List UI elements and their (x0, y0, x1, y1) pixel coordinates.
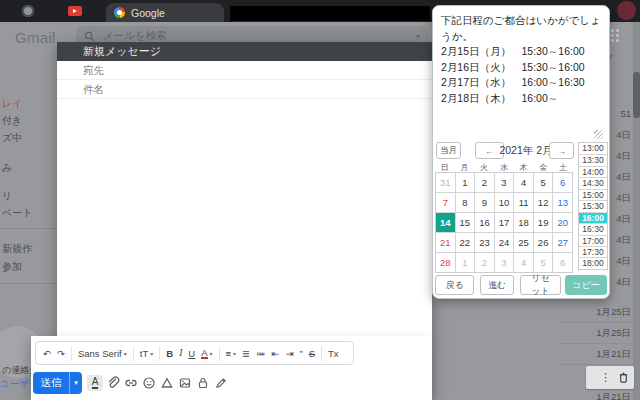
calendar-date-cell[interactable]: 12 (534, 193, 553, 212)
calendar-date-cell[interactable]: 4 (514, 173, 533, 192)
fmt-underline[interactable]: U (185, 348, 198, 359)
calendar-date-cell[interactable]: 10 (495, 193, 514, 212)
calendar-date-cell[interactable]: 14 (436, 213, 455, 232)
search-options-caret-icon[interactable]: ▾ (416, 32, 420, 41)
calendar-date-cell[interactable]: 11 (514, 193, 533, 212)
calendar-date-cell[interactable]: 23 (475, 233, 494, 252)
send-button[interactable]: 送信 (33, 372, 69, 394)
time-slot[interactable]: 16:00 (579, 212, 607, 223)
calendar-date-cell[interactable]: 19 (534, 213, 553, 232)
calendar-date-cell[interactable]: 5 (534, 173, 553, 192)
fmt-font-family[interactable]: Sans Serif▾ (75, 348, 130, 359)
calendar-date-cell[interactable]: 6 (553, 253, 572, 272)
more-options-icon[interactable]: ⋮ (600, 372, 611, 383)
forward-button[interactable]: 進む (480, 275, 514, 295)
fmt-bold[interactable]: B (163, 348, 176, 359)
calendar-date-cell[interactable]: 5 (534, 253, 553, 272)
schedule-textarea[interactable]: 下記日程のご都合はいかがでしょうか。 2月15日（月） 15:30～16:00 … (439, 11, 603, 139)
fmt-bulleted-list[interactable]: ≔ (253, 348, 269, 359)
calendar-date-cell[interactable]: 17 (495, 213, 514, 232)
calendar-date-cell[interactable]: 7 (436, 193, 455, 212)
formatting-options-icon[interactable]: A (86, 373, 104, 393)
calendar-date-cell[interactable]: 9 (475, 193, 494, 212)
time-slot[interactable]: 18:00 (579, 257, 607, 268)
time-slot[interactable]: 17:00 (579, 235, 607, 246)
time-slot[interactable]: 14:30 (579, 177, 607, 188)
insert-emoji-icon[interactable] (140, 373, 158, 393)
calendar-date-cell[interactable]: 18 (514, 213, 533, 232)
calendar-date-cell[interactable]: 24 (495, 233, 514, 252)
calendar-date-cell[interactable]: 1 (456, 253, 475, 272)
profile-avatar[interactable] (617, 1, 636, 20)
calendar-date-cell[interactable]: 16 (475, 213, 494, 232)
sidebar-item[interactable]: 付き (2, 114, 22, 128)
fmt-font-size[interactable]: tT▾ (137, 348, 156, 359)
insert-photo-icon[interactable] (176, 373, 194, 393)
time-slot[interactable]: 13:00 (579, 143, 607, 154)
sidebar-item[interactable]: リ (2, 189, 12, 203)
compose-header[interactable]: 新規メッセージ (57, 42, 432, 61)
browser-tab-google[interactable]: Google (106, 3, 224, 22)
fmt-indent-less[interactable]: ⇤ (269, 348, 283, 359)
calendar-date-cell[interactable]: 22 (456, 233, 475, 252)
insert-signature-icon[interactable] (212, 373, 230, 393)
sidebar-item[interactable]: ベート (2, 206, 32, 220)
sidebar-item[interactable]: レイ (2, 97, 22, 111)
attach-file-icon[interactable] (104, 373, 122, 393)
insert-link-icon[interactable] (122, 373, 140, 393)
tab-globe-icon[interactable] (22, 5, 34, 17)
calendar-date-cell[interactable]: 27 (553, 233, 572, 252)
time-slot[interactable]: 15:00 (579, 189, 607, 200)
time-slot[interactable]: 16:30 (579, 223, 607, 234)
calendar-date-cell[interactable]: 3 (495, 253, 514, 272)
calendar-date-cell[interactable]: 8 (456, 193, 475, 212)
calendar-date-cell[interactable]: 13 (553, 193, 572, 212)
sidebar-item[interactable]: 参加 (2, 260, 22, 274)
time-slot[interactable]: 14:00 (579, 166, 607, 177)
calendar-date-cell[interactable]: 20 (553, 213, 572, 232)
calendar-date-cell[interactable]: 4 (514, 253, 533, 272)
compose-subject-field[interactable]: 件名 (57, 80, 432, 99)
calendar-date-cell[interactable]: 2 (475, 253, 494, 272)
fmt-clear-format[interactable]: Tx (325, 348, 342, 359)
fmt-quote[interactable]: ” (297, 348, 306, 359)
fmt-redo[interactable]: ↷ (54, 348, 68, 359)
compose-to-field[interactable]: 宛先 (57, 61, 432, 80)
sidebar-item[interactable]: み (2, 161, 12, 175)
calendar-date-cell[interactable]: 15 (456, 213, 475, 232)
calendar-date-cell[interactable]: 31 (436, 173, 455, 192)
email-row-hover-actions[interactable]: ⋮ (586, 366, 634, 389)
next-month-button[interactable]: → (549, 142, 574, 159)
send-options-caret-icon[interactable]: ▾ (69, 372, 82, 394)
current-month-button[interactable]: 当月 (436, 142, 461, 159)
fmt-indent-more[interactable]: ⇥ (283, 348, 297, 359)
calendar-date-cell[interactable]: 3 (495, 173, 514, 192)
calendar-date-cell[interactable]: 21 (436, 233, 455, 252)
back-button[interactable]: 戻る (435, 275, 474, 295)
insert-drive-file-icon[interactable] (158, 373, 176, 393)
reset-button[interactable]: リセット (520, 275, 561, 295)
fmt-undo[interactable]: ↶ (40, 348, 54, 359)
calendar-date-cell[interactable]: 1 (456, 173, 475, 192)
calendar-date-cell[interactable]: 28 (436, 253, 455, 272)
time-slot[interactable]: 17:30 (579, 246, 607, 257)
fmt-align[interactable]: ≡▾ (223, 348, 240, 359)
confidential-mode-icon[interactable] (194, 373, 212, 393)
calendar-date-cell[interactable]: 6 (553, 173, 572, 192)
calendar-date-cell[interactable]: 26 (534, 233, 553, 252)
scrollbar-thumb[interactable] (633, 72, 640, 118)
fmt-numbered-list[interactable]: ≣ (239, 348, 253, 359)
fmt-italic[interactable]: I (176, 348, 185, 358)
sidebar-item[interactable]: ズ中 (2, 131, 22, 145)
sidebar-item[interactable]: 新規作 (2, 242, 32, 256)
tab-youtube-icon[interactable] (68, 6, 82, 16)
calendar-date-cell[interactable]: 25 (514, 233, 533, 252)
trash-icon[interactable] (617, 371, 630, 384)
textarea-resize-handle-icon[interactable] (594, 130, 603, 139)
fmt-strikethrough[interactable]: S (306, 348, 318, 359)
copy-button[interactable]: コピー (565, 275, 607, 295)
calendar-date-cell[interactable]: 2 (475, 173, 494, 192)
fmt-text-color[interactable]: A▾ (198, 348, 215, 359)
time-slot[interactable]: 13:30 (579, 154, 607, 165)
time-slot[interactable]: 15:30 (579, 200, 607, 211)
